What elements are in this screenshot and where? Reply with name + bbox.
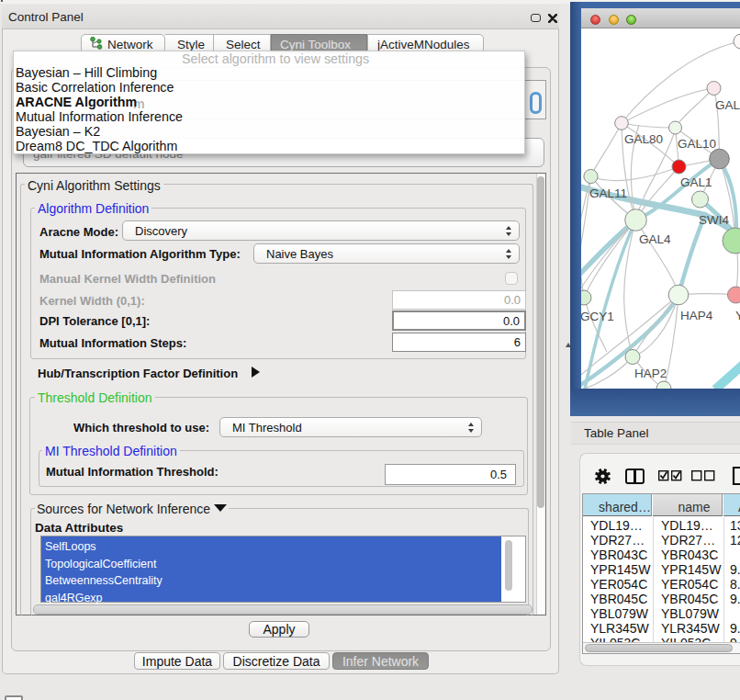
svg-text:GAL7: GAL7 xyxy=(715,98,740,112)
svg-text:SWI4: SWI4 xyxy=(699,213,729,227)
svg-text:GAL80: GAL80 xyxy=(624,132,663,146)
svg-text:GAL11: GAL11 xyxy=(589,186,627,200)
svg-text:HAP2: HAP2 xyxy=(634,367,667,380)
svg-text:GAL1: GAL1 xyxy=(680,175,712,189)
svg-text:HAP4: HAP4 xyxy=(680,309,713,322)
svg-text:YJL157C: YJL157C xyxy=(735,309,740,322)
svg-text:GAL10: GAL10 xyxy=(678,137,716,151)
svg-text:GAL4: GAL4 xyxy=(639,232,671,246)
svg-text:GCY1: GCY1 xyxy=(581,310,614,323)
